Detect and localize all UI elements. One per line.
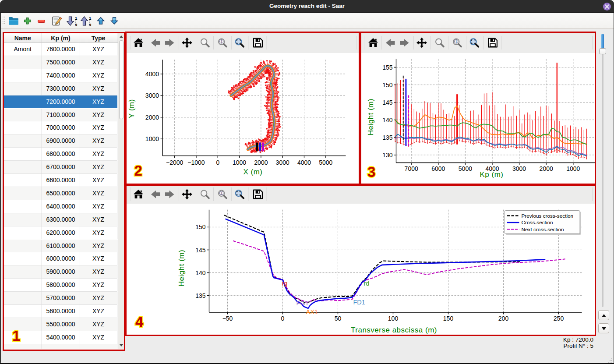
svg-text:3000: 3000: [145, 92, 159, 99]
svg-text:Previous cross-section: Previous cross-section: [521, 213, 573, 219]
svg-text:130: 130: [382, 152, 393, 159]
svg-text:Y (m): Y (m): [127, 99, 135, 118]
svg-text:rg: rg: [282, 280, 287, 287]
svg-text:FG1: FG1: [296, 300, 308, 307]
svg-text:Height (m): Height (m): [366, 99, 374, 135]
svg-text:135: 135: [382, 134, 393, 141]
svg-text:9: 9: [89, 22, 91, 27]
svg-text:1: 1: [221, 39, 222, 44]
svg-text:Kp (m): Kp (m): [480, 170, 503, 179]
svg-text:2000: 2000: [145, 114, 159, 121]
svg-text:1: 1: [455, 39, 457, 44]
svg-text:155: 155: [382, 64, 393, 71]
svg-text:2000: 2000: [254, 159, 268, 166]
svg-text:rd: rd: [363, 280, 369, 287]
svg-text:9: 9: [75, 22, 77, 27]
svg-text:150: 150: [195, 223, 206, 230]
svg-text:140: 140: [382, 117, 393, 124]
svg-text:4000: 4000: [145, 71, 159, 78]
svg-text:1: 1: [89, 16, 92, 21]
svg-text:145: 145: [195, 247, 206, 254]
svg-text:Transverse abscissa (m): Transverse abscissa (m): [351, 326, 437, 334]
svg-text:3000: 3000: [512, 165, 526, 172]
svg-text:3000: 3000: [275, 159, 289, 166]
svg-text:−2000: −2000: [166, 159, 183, 166]
svg-text:140: 140: [195, 269, 206, 276]
svg-text:X (m): X (m): [243, 168, 262, 176]
svg-text:2000: 2000: [539, 165, 553, 172]
svg-text:4000: 4000: [297, 159, 311, 166]
svg-text:50: 50: [334, 315, 341, 322]
svg-text:5000: 5000: [319, 159, 332, 166]
svg-text:Cross-section: Cross-section: [521, 219, 553, 226]
svg-text:5000: 5000: [458, 165, 472, 172]
svg-text:7000: 7000: [404, 165, 418, 172]
svg-text:1000: 1000: [566, 165, 580, 172]
svg-text:1: 1: [221, 191, 222, 195]
svg-text:250: 250: [553, 315, 564, 322]
svg-text:145: 145: [382, 99, 393, 106]
svg-text:0: 0: [216, 159, 219, 166]
svg-text:150: 150: [443, 315, 453, 322]
svg-text:1000: 1000: [145, 135, 159, 142]
svg-text:AX1: AX1: [306, 308, 318, 315]
svg-text:0: 0: [281, 315, 284, 322]
svg-text:100: 100: [388, 315, 398, 322]
svg-text:1: 1: [75, 16, 78, 21]
svg-text:Height (m): Height (m): [177, 250, 185, 286]
svg-text:135: 135: [195, 292, 206, 299]
svg-text:200: 200: [498, 315, 508, 322]
svg-text:−1000: −1000: [187, 159, 205, 166]
svg-text:−50: −50: [222, 315, 233, 322]
svg-text:1000: 1000: [233, 159, 246, 166]
svg-text:Next cross-section: Next cross-section: [521, 226, 564, 233]
svg-text:150: 150: [382, 81, 393, 88]
svg-text:FD1: FD1: [353, 299, 365, 306]
svg-text:6000: 6000: [431, 165, 445, 172]
